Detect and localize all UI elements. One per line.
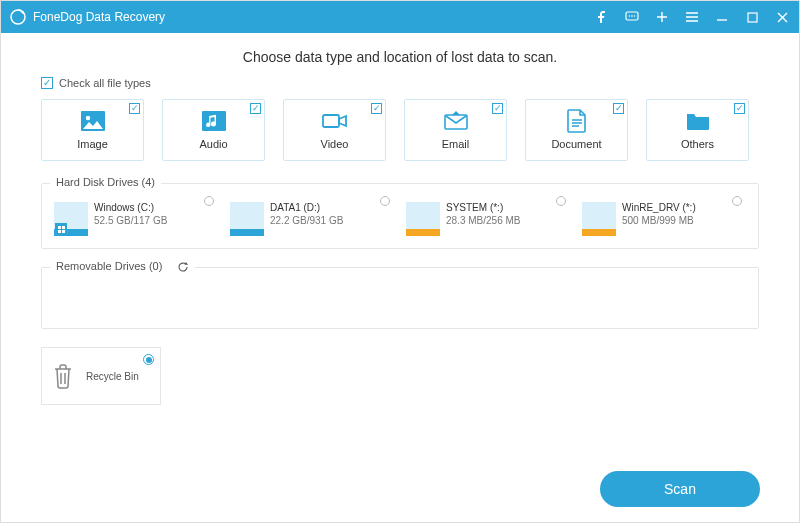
type-card-video[interactable]: ✓Video (283, 99, 386, 161)
menu-icon[interactable] (683, 8, 701, 26)
page-prompt: Choose data type and location of lost da… (41, 49, 759, 65)
drive-name: Windows (C:) (94, 202, 167, 213)
video-icon (322, 110, 348, 132)
file-type-row: ✓Image✓Audio✓Video✓Email✓Document✓Others (41, 99, 759, 161)
disk-icon (582, 202, 616, 236)
recycle-bin-label: Recycle Bin (86, 371, 139, 382)
radio-icon[interactable] (732, 196, 742, 206)
drive-item[interactable]: Windows (C:)52.5 GB/117 GB (54, 202, 218, 236)
close-icon[interactable] (773, 8, 791, 26)
checkbox-icon: ✓ (371, 103, 382, 114)
type-card-folder[interactable]: ✓Others (646, 99, 749, 161)
feedback-icon[interactable] (623, 8, 641, 26)
type-label: Audio (199, 138, 227, 150)
type-label: Video (321, 138, 349, 150)
drive-size: 22.2 GB/931 GB (270, 215, 343, 226)
windows-badge-icon (55, 223, 67, 235)
app-brand: FoneDog Data Recovery (9, 8, 165, 26)
audio-icon (201, 110, 227, 132)
folder-icon (685, 110, 711, 132)
check-all-file-types[interactable]: ✓ Check all file types (41, 77, 759, 89)
drive-text: DATA1 (D:)22.2 GB/931 GB (270, 202, 343, 226)
email-icon (443, 110, 469, 132)
plus-icon[interactable] (653, 8, 671, 26)
disk-icon (54, 202, 88, 236)
type-card-document[interactable]: ✓Document (525, 99, 628, 161)
drive-text: SYSTEM (*:)28.3 MB/256 MB (446, 202, 520, 226)
type-card-audio[interactable]: ✓Audio (162, 99, 265, 161)
radio-icon[interactable] (204, 196, 214, 206)
svg-point-3 (629, 15, 631, 17)
drive-size: 500 MB/999 MB (622, 215, 696, 226)
image-icon (80, 110, 106, 132)
type-card-email[interactable]: ✓Email (404, 99, 507, 161)
checkbox-icon: ✓ (492, 103, 503, 114)
removable-section: Removable Drives (0) (41, 267, 759, 329)
drive-item[interactable]: SYSTEM (*:)28.3 MB/256 MB (406, 202, 570, 236)
drive-name: SYSTEM (*:) (446, 202, 520, 213)
drive-size: 28.3 MB/256 MB (446, 215, 520, 226)
document-icon (564, 110, 590, 132)
type-label: Image (77, 138, 108, 150)
removable-legend-text: Removable Drives (0) (56, 260, 162, 272)
removable-legend: Removable Drives (0) (50, 260, 195, 273)
app-logo-icon (9, 8, 27, 26)
checkbox-icon: ✓ (41, 77, 53, 89)
radio-icon[interactable] (380, 196, 390, 206)
svg-rect-10 (323, 115, 339, 127)
drive-row: Windows (C:)52.5 GB/117 GBDATA1 (D:)22.2… (54, 202, 746, 236)
app-title: FoneDog Data Recovery (33, 10, 165, 24)
svg-rect-9 (202, 111, 226, 131)
drive-item[interactable]: WinRE_DRV (*:)500 MB/999 MB (582, 202, 746, 236)
hard-disk-section: Hard Disk Drives (4) Windows (C:)52.5 GB… (41, 183, 759, 249)
recycle-bin-icon (48, 359, 78, 393)
checkbox-icon: ✓ (129, 103, 140, 114)
svg-point-8 (85, 116, 89, 120)
scan-button[interactable]: Scan (600, 471, 760, 507)
checkbox-icon: ✓ (250, 103, 261, 114)
facebook-icon[interactable] (593, 8, 611, 26)
recycle-bin-option[interactable]: Recycle Bin (41, 347, 161, 405)
checkbox-icon: ✓ (613, 103, 624, 114)
svg-point-5 (634, 15, 636, 17)
main-content: Choose data type and location of lost da… (1, 33, 799, 405)
disk-icon (406, 202, 440, 236)
radio-selected-icon (143, 354, 154, 365)
drive-text: WinRE_DRV (*:)500 MB/999 MB (622, 202, 696, 226)
titlebar: FoneDog Data Recovery (1, 1, 799, 33)
disk-icon (230, 202, 264, 236)
svg-rect-6 (748, 13, 757, 22)
drive-text: Windows (C:)52.5 GB/117 GB (94, 202, 167, 226)
titlebar-controls (593, 8, 791, 26)
drive-item[interactable]: DATA1 (D:)22.2 GB/931 GB (230, 202, 394, 236)
svg-point-4 (631, 15, 633, 17)
drive-name: DATA1 (D:) (270, 202, 343, 213)
maximize-icon[interactable] (743, 8, 761, 26)
type-label: Email (442, 138, 470, 150)
type-label: Document (551, 138, 601, 150)
minimize-icon[interactable] (713, 8, 731, 26)
drive-name: WinRE_DRV (*:) (622, 202, 696, 213)
type-card-image[interactable]: ✓Image (41, 99, 144, 161)
radio-icon[interactable] (556, 196, 566, 206)
check-all-label: Check all file types (59, 77, 151, 89)
refresh-icon[interactable] (177, 261, 189, 273)
type-label: Others (681, 138, 714, 150)
checkbox-icon: ✓ (734, 103, 745, 114)
hard-disk-legend: Hard Disk Drives (4) (50, 176, 161, 188)
drive-size: 52.5 GB/117 GB (94, 215, 167, 226)
